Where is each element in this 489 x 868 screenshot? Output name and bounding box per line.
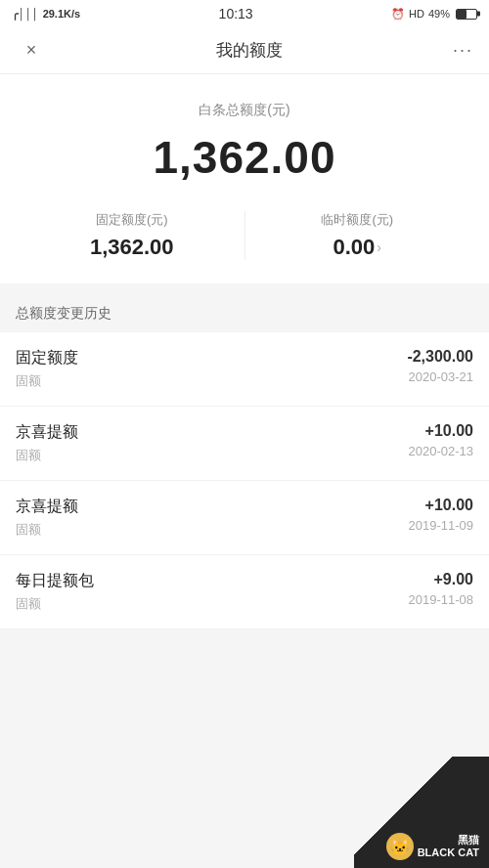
more-button[interactable]: ··· [453, 40, 473, 61]
history-item-title-2: 京喜提额 [16, 497, 78, 517]
history-item-left-1: 京喜提额 固额 [16, 422, 78, 464]
history-item-sub-0: 固额 [16, 372, 78, 390]
brand-label: 黑猫BLACK CAT [418, 834, 479, 859]
hd-icon: HD [409, 8, 424, 20]
status-indicators: ⏰ HD 49% [391, 8, 477, 21]
status-time: 10:13 [219, 6, 253, 22]
history-item-title-3: 每日提额包 [16, 571, 94, 591]
history-item-date-2: 2019-11-09 [409, 518, 474, 533]
history-item-amount-2: +10.00 [409, 497, 474, 514]
credit-split: 固定额度(元) 1,362.00 临时额度(元) 0.00 › [0, 211, 489, 260]
temp-credit-right: 0.00 › [245, 235, 470, 260]
chevron-right-icon: › [377, 239, 381, 255]
credit-summary-panel: 白条总额度(元) 1,362.00 固定额度(元) 1,362.00 临时额度(… [0, 74, 489, 283]
history-item-right-2: +10.00 2019-11-09 [409, 497, 474, 533]
history-list: 固定额度 固额 -2,300.00 2020-03-21 京喜提额 固额 +10… [0, 332, 489, 629]
history-item-left-3: 每日提额包 固额 [16, 571, 94, 613]
history-item-amount-0: -2,300.00 [407, 348, 473, 366]
signal-icon: ╭│││ [12, 8, 39, 21]
history-item-date-3: 2019-11-08 [409, 592, 474, 607]
history-item: 每日提额包 固额 +9.00 2019-11-08 [0, 555, 489, 629]
history-item-date-1: 2020-02-13 [409, 444, 474, 458]
history-item-sub-3: 固额 [16, 595, 94, 613]
network-speed: 29.1K/s [43, 8, 81, 20]
fixed-credit-label: 固定额度(元) [20, 211, 244, 229]
history-item: 固定额度 固额 -2,300.00 2020-03-21 [0, 332, 489, 407]
fixed-credit-item: 固定额度(元) 1,362.00 [20, 211, 244, 260]
status-bar: ╭│││ 29.1K/s 10:13 ⏰ HD 49% [0, 0, 489, 27]
temp-credit-value: 0.00 [333, 235, 376, 260]
history-section: 总额度变更历史 固定额度 固额 -2,300.00 2020-03-21 京喜提… [0, 291, 489, 629]
history-item-title-0: 固定额度 [16, 348, 78, 369]
cat-icon: 🐱 [386, 833, 414, 860]
watermark-inner: 🐱 黑猫BLACK CAT [386, 831, 479, 860]
history-item-left-0: 固定额度 固额 [16, 348, 78, 390]
history-item-amount-1: +10.00 [409, 422, 474, 440]
history-item-sub-1: 固额 [16, 447, 78, 464]
fixed-credit-value: 1,362.00 [20, 235, 244, 260]
history-header: 总额度变更历史 [0, 291, 489, 332]
top-nav: × 我的额度 ··· [0, 27, 489, 74]
history-item: 京喜提额 固额 +10.00 2019-11-09 [0, 481, 489, 555]
battery-icon [456, 9, 477, 20]
history-item: 京喜提额 固额 +10.00 2020-02-13 [0, 407, 489, 481]
battery-percent: 49% [428, 8, 450, 20]
history-item-right-3: +9.00 2019-11-08 [409, 571, 474, 607]
history-item-amount-3: +9.00 [409, 571, 474, 588]
history-item-title-1: 京喜提额 [16, 422, 78, 443]
status-signal: ╭│││ 29.1K/s [12, 8, 80, 21]
total-credit-amount: 1,362.00 [0, 131, 489, 184]
history-item-right-0: -2,300.00 2020-03-21 [407, 348, 473, 384]
history-item-sub-2: 固额 [16, 521, 78, 539]
temp-credit-item[interactable]: 临时额度(元) 0.00 › [245, 211, 470, 260]
temp-credit-label: 临时额度(元) [245, 211, 470, 229]
close-button[interactable]: × [16, 35, 47, 66]
watermark: 🐱 黑猫BLACK CAT [354, 757, 489, 868]
total-credit-label: 白条总额度(元) [0, 102, 489, 119]
alarm-icon: ⏰ [391, 8, 405, 21]
history-item-date-0: 2020-03-21 [407, 369, 473, 384]
history-item-left-2: 京喜提额 固额 [16, 497, 78, 539]
page-title: 我的额度 [216, 39, 283, 62]
watermark-logo: 🐱 黑猫BLACK CAT [386, 833, 479, 860]
history-item-right-1: +10.00 2020-02-13 [409, 422, 474, 458]
